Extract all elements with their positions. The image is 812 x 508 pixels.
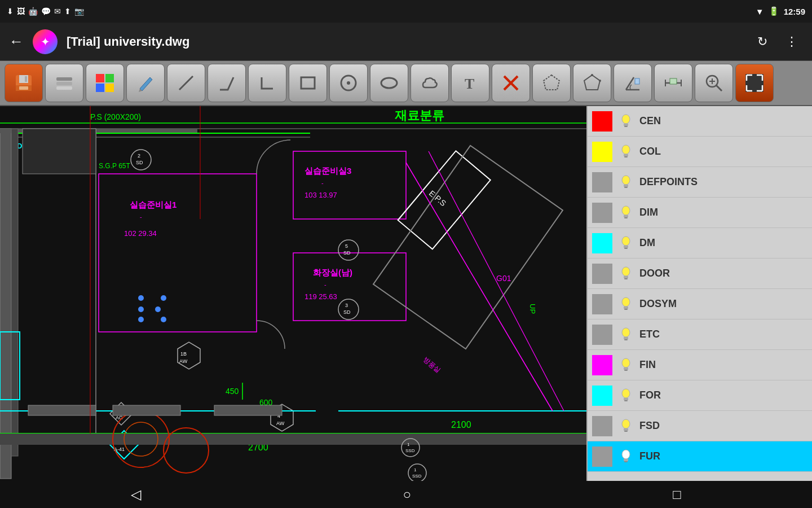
layer-color-col	[592, 142, 612, 162]
line-button[interactable]	[167, 64, 205, 102]
layer-item-etc[interactable]: ETC	[588, 319, 812, 350]
svg-rect-145	[624, 248, 628, 249]
svg-point-115	[138, 317, 144, 322]
svg-point-114	[138, 306, 144, 312]
svg-point-23	[599, 80, 601, 82]
layer-bulb-fsd[interactable]	[617, 417, 635, 435]
file-title: [Trial] university.dwg	[67, 34, 742, 49]
measure-distance-button[interactable]	[654, 64, 692, 102]
layer-item-fin[interactable]: FIN	[588, 350, 812, 380]
svg-text:실습준비실3: 실습준비실3	[304, 166, 351, 176]
layer-name-door: DOOR	[639, 268, 807, 279]
svg-rect-144	[624, 246, 628, 248]
svg-text:화장실(남): 화장실(남)	[313, 268, 352, 277]
layer-bulb-fin[interactable]	[617, 356, 635, 374]
svg-rect-26	[635, 78, 639, 84]
layer-bulb-dm[interactable]	[617, 234, 635, 252]
svg-text:G01: G01	[496, 274, 511, 283]
layer-bulb-door[interactable]	[617, 265, 635, 283]
layer-item-cen[interactable]: CEN	[588, 106, 812, 137]
upload-icon: ⬆	[64, 7, 71, 16]
layer-item-for[interactable]: FOR	[588, 380, 812, 411]
svg-rect-151	[624, 309, 628, 310]
layer-bulb-col[interactable]	[617, 143, 635, 161]
svg-rect-163	[624, 431, 628, 432]
svg-text:102    29.34: 102 29.34	[124, 229, 157, 238]
svg-point-152	[622, 328, 630, 337]
palette-button[interactable]	[86, 64, 124, 102]
svg-rect-162	[624, 428, 628, 431]
delete-button[interactable]	[492, 64, 530, 102]
app-logo: ✦	[33, 29, 58, 54]
svg-text:-: -	[324, 281, 326, 288]
svg-rect-159	[624, 398, 628, 400]
layer-bulb-cen[interactable]	[617, 112, 635, 130]
layer-name-etc: ETC	[639, 329, 807, 340]
svg-rect-138	[624, 185, 628, 187]
text-button[interactable]: T	[451, 64, 489, 102]
layer-item-col[interactable]: COL	[588, 137, 812, 167]
fullscreen-button[interactable]	[735, 64, 774, 102]
svg-text:SD: SD	[343, 250, 351, 256]
layer-color-for	[592, 386, 612, 406]
svg-point-134	[622, 145, 630, 154]
layer-item-dosym[interactable]: DOSYM	[588, 289, 812, 319]
layer-item-dm[interactable]: DM	[588, 228, 812, 259]
layer-bulb-dosym[interactable]	[617, 295, 635, 313]
layer-item-dim[interactable]: DIM	[588, 198, 812, 228]
open-rect-button[interactable]	[248, 64, 286, 102]
layer-bulb-fur[interactable]	[617, 448, 635, 466]
svg-rect-135	[624, 154, 628, 156]
svg-point-155	[622, 358, 630, 367]
save-button[interactable]	[5, 64, 43, 102]
layer-bulb-defpoints[interactable]	[617, 173, 635, 191]
select-polygon-button[interactable]	[532, 64, 571, 102]
pen-button[interactable]	[126, 64, 165, 102]
layer-item-door[interactable]: DOOR	[588, 259, 812, 289]
nav-bar: ◁ ○ □	[0, 481, 812, 508]
home-nav-button[interactable]: ○	[389, 482, 425, 507]
svg-text:119    25.63: 119 25.63	[304, 292, 337, 301]
layer-color-dm	[592, 233, 612, 253]
svg-line-32	[716, 85, 722, 91]
camera-icon: 📷	[74, 7, 84, 16]
ellipse-button[interactable]	[370, 64, 408, 102]
status-right: ▼ 🔋 12:59	[756, 6, 805, 16]
svg-rect-141	[624, 215, 628, 217]
layer-name-defpoints: DEFPOINTS	[639, 176, 807, 188]
back-nav-button[interactable]: ◁	[117, 482, 155, 507]
angle-button[interactable]	[208, 64, 246, 102]
layer-bulb-dim[interactable]	[617, 204, 635, 222]
svg-rect-30	[670, 78, 677, 84]
cloud-button[interactable]	[411, 64, 449, 102]
menu-button[interactable]: ⋮	[780, 30, 803, 53]
svg-text:103    13.97: 103 13.97	[304, 191, 337, 199]
svg-rect-133	[624, 126, 628, 127]
layer-item-fur[interactable]: FUR	[588, 441, 812, 472]
clock: 12:59	[784, 7, 805, 16]
layer-bulb-etc[interactable]	[617, 326, 635, 344]
recent-nav-button[interactable]: □	[659, 482, 695, 507]
rectangle-button[interactable]	[289, 64, 327, 102]
image-icon: 🖼	[17, 7, 25, 16]
status-icons: ⬇ 🖼 🤖 💬 ✉ ⬆ 📷	[7, 7, 84, 16]
svg-text:2100: 2100	[451, 420, 471, 430]
svg-rect-103	[23, 129, 96, 174]
refresh-button[interactable]: ↻	[751, 30, 774, 53]
back-button[interactable]: ←	[9, 33, 24, 50]
svg-point-143	[622, 237, 630, 246]
svg-rect-139	[624, 187, 628, 188]
layer-item-defpoints[interactable]: DEFPOINTS	[588, 167, 812, 198]
svg-rect-125	[113, 405, 180, 415]
svg-text:SD: SD	[136, 160, 143, 165]
layers-button[interactable]	[45, 64, 83, 102]
select-polygon2-button[interactable]	[573, 64, 611, 102]
zoom-button[interactable]	[695, 64, 733, 102]
layer-item-fsd[interactable]: FSD	[588, 411, 812, 441]
layer-name-col: COL	[639, 146, 807, 157]
cad-canvas[interactable]: 재료분류 P.S (200X200) DT5143 S.G.P 65T	[0, 106, 586, 481]
toolbar: T	[0, 61, 812, 106]
measure-angle-button[interactable]	[614, 64, 652, 102]
layer-bulb-for[interactable]	[617, 387, 635, 405]
circle-button[interactable]	[329, 64, 368, 102]
